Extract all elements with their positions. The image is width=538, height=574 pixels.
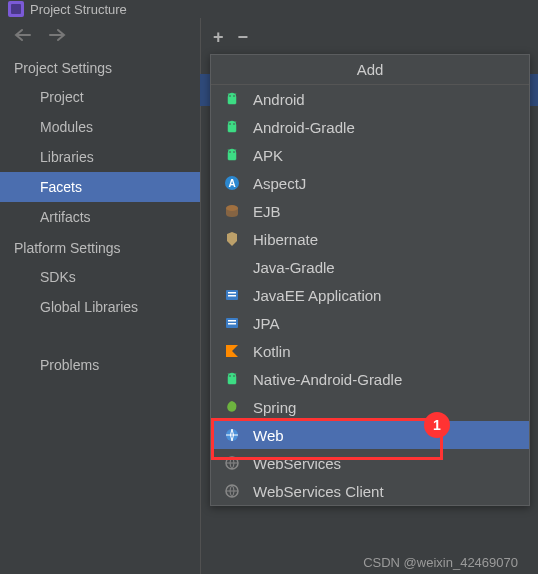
dropdown-item-apk[interactable]: APK xyxy=(211,141,529,169)
dropdown-item-ejb[interactable]: EJB xyxy=(211,197,529,225)
title-bar: Project Structure xyxy=(0,0,538,18)
webservices-icon xyxy=(223,482,241,500)
nav-arrows xyxy=(0,18,200,52)
dropdown-item-label: WebServices xyxy=(253,455,341,472)
dropdown-item-label: JavaEE Application xyxy=(253,287,381,304)
svg-point-6 xyxy=(229,151,231,153)
svg-point-3 xyxy=(233,95,235,97)
dropdown-item-hibernate[interactable]: Hibernate xyxy=(211,225,529,253)
remove-button[interactable]: − xyxy=(238,28,249,46)
web-icon xyxy=(223,426,241,444)
dropdown-item-webservices-client[interactable]: WebServices Client xyxy=(211,477,529,505)
forward-arrow-icon[interactable] xyxy=(48,28,66,42)
svg-point-7 xyxy=(233,151,235,153)
android-icon xyxy=(223,146,241,164)
dropdown-item-aspectj[interactable]: AAspectJ xyxy=(211,169,529,197)
svg-rect-16 xyxy=(228,323,236,325)
svg-rect-13 xyxy=(228,295,236,297)
nav-project[interactable]: Project xyxy=(0,82,200,112)
blank-icon xyxy=(223,258,241,276)
dropdown-item-jpa[interactable]: JPA xyxy=(211,309,529,337)
annotation-badge: 1 xyxy=(424,412,450,438)
dropdown-item-label: Kotlin xyxy=(253,343,291,360)
content-toolbar: + − xyxy=(201,18,538,56)
svg-point-4 xyxy=(229,123,231,125)
watermark: CSDN @weixin_42469070 xyxy=(363,555,518,570)
dropdown-item-label: Java-Gradle xyxy=(253,259,335,276)
dropdown-item-label: EJB xyxy=(253,203,281,220)
ejb-icon xyxy=(223,202,241,220)
dropdown-item-javaee-application[interactable]: JavaEE Application xyxy=(211,281,529,309)
svg-rect-12 xyxy=(228,292,236,294)
svg-point-18 xyxy=(233,375,235,377)
webservices-icon xyxy=(223,454,241,472)
dropdown-item-label: WebServices Client xyxy=(253,483,384,500)
dropdown-item-webservices[interactable]: WebServices xyxy=(211,449,529,477)
section-platform-settings: Platform Settings xyxy=(0,232,200,262)
dropdown-item-label: JPA xyxy=(253,315,279,332)
add-dropdown: Add AndroidAndroid-GradleAPKAAspectJEJBH… xyxy=(210,54,530,506)
dropdown-item-native-android-gradle[interactable]: Native-Android-Gradle xyxy=(211,365,529,393)
svg-text:A: A xyxy=(228,178,235,189)
dropdown-item-label: Native-Android-Gradle xyxy=(253,371,402,388)
app-icon xyxy=(8,1,24,17)
dropdown-item-android[interactable]: Android xyxy=(211,85,529,113)
nav-libraries[interactable]: Libraries xyxy=(0,142,200,172)
dropdown-item-label: Hibernate xyxy=(253,231,318,248)
dropdown-item-label: Spring xyxy=(253,399,296,416)
dropdown-item-label: Web xyxy=(253,427,284,444)
dropdown-item-kotlin[interactable]: Kotlin xyxy=(211,337,529,365)
kotlin-icon xyxy=(223,342,241,360)
nav-global-libraries[interactable]: Global Libraries xyxy=(0,292,200,322)
javaee-icon xyxy=(223,286,241,304)
spring-icon xyxy=(223,398,241,416)
dropdown-title: Add xyxy=(211,55,529,85)
sidebar: Project Settings Project Modules Librari… xyxy=(0,18,201,574)
svg-rect-1 xyxy=(11,4,21,14)
svg-point-2 xyxy=(229,95,231,97)
android-icon xyxy=(223,118,241,136)
svg-rect-15 xyxy=(228,320,236,322)
dropdown-item-spring[interactable]: Spring xyxy=(211,393,529,421)
window-title: Project Structure xyxy=(30,2,127,17)
aspectj-icon: A xyxy=(223,174,241,192)
dropdown-item-label: AspectJ xyxy=(253,175,306,192)
dropdown-item-java-gradle[interactable]: Java-Gradle xyxy=(211,253,529,281)
nav-modules[interactable]: Modules xyxy=(0,112,200,142)
nav-facets[interactable]: Facets xyxy=(0,172,200,202)
android-icon xyxy=(223,370,241,388)
dropdown-item-android-gradle[interactable]: Android-Gradle xyxy=(211,113,529,141)
android-icon xyxy=(223,90,241,108)
dropdown-item-label: Android-Gradle xyxy=(253,119,355,136)
section-project-settings: Project Settings xyxy=(0,52,200,82)
jpa-icon xyxy=(223,314,241,332)
dropdown-item-web[interactable]: Web xyxy=(211,421,529,449)
back-arrow-icon[interactable] xyxy=(14,28,32,42)
add-button[interactable]: + xyxy=(213,28,224,46)
hibernate-icon xyxy=(223,230,241,248)
dropdown-item-label: APK xyxy=(253,147,283,164)
nav-problems[interactable]: Problems xyxy=(0,350,200,380)
nav-artifacts[interactable]: Artifacts xyxy=(0,202,200,232)
svg-point-17 xyxy=(229,375,231,377)
svg-point-5 xyxy=(233,123,235,125)
nav-sdks[interactable]: SDKs xyxy=(0,262,200,292)
dropdown-item-label: Android xyxy=(253,91,305,108)
